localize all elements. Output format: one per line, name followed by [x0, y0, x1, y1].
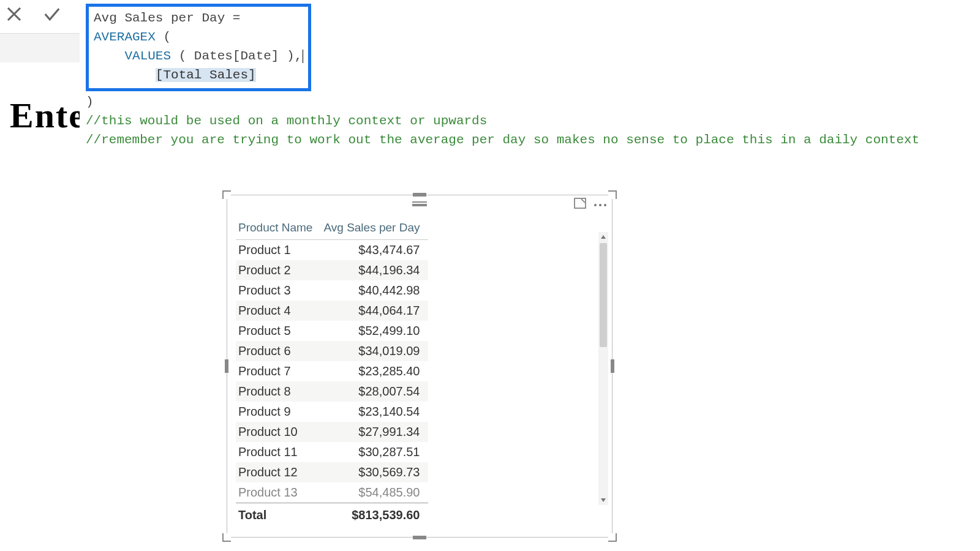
formula-func-averagex: AVERAGEX: [94, 30, 156, 44]
resize-handle-bl[interactable]: [222, 533, 231, 542]
scroll-down-icon[interactable]: [598, 495, 608, 505]
cell-name: Product 8: [236, 381, 321, 402]
cell-name: Product 11: [236, 442, 321, 462]
cell-name: Product 7: [236, 361, 321, 381]
cell-name: Product 13: [236, 482, 321, 503]
formula-close-paren: ): [86, 95, 94, 109]
scroll-up-icon[interactable]: [598, 232, 608, 242]
resize-handle-bottom[interactable]: [413, 536, 426, 539]
cell-value: $34,019.09: [321, 341, 428, 361]
svg-point-1: [594, 204, 597, 206]
cell-value: $40,442.98: [321, 280, 428, 301]
svg-rect-0: [575, 198, 586, 208]
table-row[interactable]: Product 11$30,287.51: [236, 442, 428, 462]
visual-actions: [574, 198, 607, 211]
cell-name: Product 9: [236, 402, 321, 422]
commit-button[interactable]: [42, 4, 62, 24]
table-row[interactable]: Product 13$54,485.90: [236, 482, 428, 503]
page-title: Ente: [10, 95, 86, 136]
table-row[interactable]: Product 6$34,019.09: [236, 341, 428, 361]
cell-value: $54,485.90: [321, 482, 428, 503]
svg-point-3: [604, 204, 606, 206]
cell-value: $44,064.17: [321, 301, 428, 321]
more-options-icon[interactable]: [594, 199, 607, 210]
table-body: Product 1$43,474.67 Product 2$44,196.34 …: [236, 240, 428, 503]
formula-measure-ref: [Total Sales]: [156, 68, 256, 82]
drag-handle-icon[interactable]: [412, 201, 427, 206]
formula-args: ( Dates[Date] ),: [171, 49, 302, 63]
formula-comment-2: //remember you are trying to work out th…: [86, 133, 919, 147]
focus-mode-icon[interactable]: [574, 198, 586, 211]
scroll-thumb[interactable]: [600, 243, 607, 347]
data-table: Product Name Avg Sales per Day Product 1…: [236, 217, 428, 525]
visual-header: [227, 195, 612, 212]
resize-handle-right[interactable]: [611, 359, 614, 373]
cancel-button[interactable]: [4, 4, 24, 24]
table-row[interactable]: Product 12$30,569.73: [236, 462, 428, 482]
cell-name: Product 12: [236, 462, 321, 482]
table-row[interactable]: Product 4$44,064.17: [236, 301, 428, 321]
table-row[interactable]: Product 5$52,499.10: [236, 321, 428, 341]
table-row[interactable]: Product 7$23,285.40: [236, 361, 428, 381]
close-icon: [5, 5, 23, 23]
table-row[interactable]: Product 1$43,474.67: [236, 240, 428, 261]
resize-handle-br[interactable]: [608, 533, 617, 542]
cell-name: Product 1: [236, 240, 321, 261]
column-header-product[interactable]: Product Name: [236, 217, 321, 240]
column-header-avg[interactable]: Avg Sales per Day: [321, 217, 428, 240]
cell-value: $30,569.73: [321, 462, 428, 482]
table-scroll-area: Product Name Avg Sales per Day Product 1…: [236, 217, 597, 531]
cell-name: Product 5: [236, 321, 321, 341]
cell-value: $44,196.34: [321, 260, 428, 280]
cell-value: $28,007.54: [321, 381, 428, 402]
table-visual[interactable]: Product Name Avg Sales per Day Product 1…: [227, 195, 612, 538]
table-row[interactable]: Product 8$28,007.54: [236, 381, 428, 402]
total-value: $813,539.60: [321, 503, 428, 526]
resize-handle-left[interactable]: [225, 359, 228, 373]
cell-value: $27,991.34: [321, 422, 428, 442]
cell-name: Product 6: [236, 341, 321, 361]
vertical-scrollbar[interactable]: [598, 232, 608, 505]
cell-name: Product 10: [236, 422, 321, 442]
cell-value: $30,287.51: [321, 442, 428, 462]
table-row[interactable]: Product 2$44,196.34: [236, 260, 428, 280]
cell-value: $52,499.10: [321, 321, 428, 341]
cell-value: $23,140.54: [321, 402, 428, 422]
formula-bar-toolbar: [4, 4, 62, 24]
cell-value: $23,285.40: [321, 361, 428, 381]
formula-measure-name: Avg Sales per Day =: [94, 11, 240, 25]
table-row[interactable]: Product 9$23,140.54: [236, 402, 428, 422]
formula-row-tab: [0, 33, 80, 62]
table-total-row: Total $813,539.60: [236, 503, 428, 526]
cell-name: Product 4: [236, 301, 321, 321]
table-row[interactable]: Product 3$40,442.98: [236, 280, 428, 301]
table-header-row: Product Name Avg Sales per Day: [236, 217, 428, 240]
formula-paren: (: [156, 30, 171, 44]
cell-value: $43,474.67: [321, 240, 428, 261]
text-caret: [303, 50, 303, 63]
svg-point-2: [599, 204, 601, 206]
check-icon: [43, 5, 61, 23]
total-label: Total: [236, 503, 321, 526]
table-row[interactable]: Product 10$27,991.34: [236, 422, 428, 442]
formula-comment-1: //this would be used on a monthly contex…: [86, 114, 487, 128]
cell-name: Product 2: [236, 260, 321, 280]
formula-highlight-box: Avg Sales per Day = AVERAGEX ( VALUES ( …: [86, 4, 311, 91]
formula-func-values: VALUES: [124, 49, 171, 63]
cell-name: Product 3: [236, 280, 321, 301]
formula-editor[interactable]: Avg Sales per Day = AVERAGEX ( VALUES ( …: [86, 0, 980, 150]
